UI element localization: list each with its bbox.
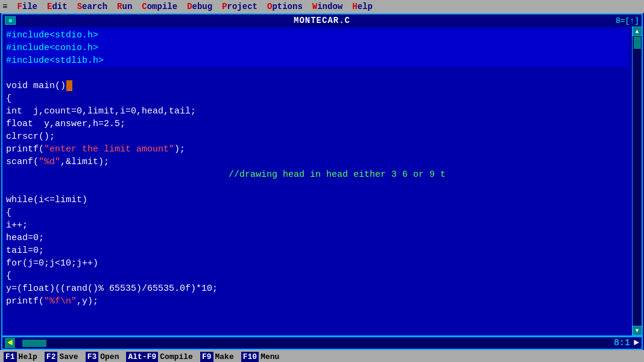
menu-item-edit[interactable]: Edit bbox=[42, 0, 72, 13]
menu-item-search[interactable]: Search bbox=[72, 0, 112, 13]
title-bar: ■ MONTECAR.C 8=[↑] bbox=[1, 13, 643, 27]
hotkey-f2[interactable]: F2 Save bbox=[45, 352, 78, 362]
code-line: float y,answer,h=2.5; bbox=[6, 118, 628, 130]
horizontal-scroll-thumb[interactable] bbox=[22, 340, 46, 347]
code-line: for(j=0;j<10;j++) bbox=[6, 257, 628, 270]
menu-item-debug[interactable]: Debug bbox=[182, 0, 217, 13]
status-bar: ◄ 8:1 ► bbox=[1, 337, 643, 350]
code-line: y=(float)((rand()% 65535)/65535.0f)*10; bbox=[6, 282, 628, 295]
code-line: #include<stdlib.h> bbox=[6, 54, 628, 67]
hotkey-altf9[interactable]: Alt-F9 Compile bbox=[126, 352, 192, 362]
hotkey-f10[interactable]: F10 Menu bbox=[241, 352, 280, 362]
code-line: void main() bbox=[6, 80, 628, 92]
code-line: { bbox=[6, 206, 628, 219]
horizontal-scrollbar[interactable] bbox=[22, 340, 610, 347]
hotkey-bar: F1 Help F2 Save F3 Open Alt-F9 Compile F… bbox=[0, 350, 644, 362]
scroll-down-arrow[interactable]: ▼ bbox=[633, 326, 642, 335]
code-line bbox=[6, 67, 628, 80]
menu-item-compile[interactable]: Compile bbox=[137, 0, 182, 13]
system-menu-icon[interactable]: ≡ bbox=[2, 2, 7, 11]
menu-item-run[interactable]: Run bbox=[112, 0, 137, 13]
hotkey-f1[interactable]: F1 Help bbox=[4, 352, 37, 362]
menu-item-help[interactable]: Help bbox=[347, 0, 377, 13]
code-line: tail=0; bbox=[6, 244, 628, 257]
f1-key: F1 bbox=[4, 352, 17, 362]
f9-label: Make bbox=[215, 352, 234, 361]
f2-label: Save bbox=[59, 352, 78, 361]
scroll-left-indicator[interactable]: ◄ bbox=[5, 338, 15, 348]
code-line: #include<conio.h> bbox=[6, 42, 628, 54]
menu-item-options[interactable]: Options bbox=[262, 0, 308, 13]
code-line: clrscr(); bbox=[6, 130, 628, 143]
editor-container: #include<stdio.h> #include<conio.h> #inc… bbox=[1, 27, 643, 337]
f2-key: F2 bbox=[45, 352, 58, 362]
menu-item-window[interactable]: Window bbox=[308, 0, 347, 13]
f10-key: F10 bbox=[241, 352, 259, 362]
cursor-position: 8:1 bbox=[614, 338, 630, 348]
window-title: MONTECAR.C bbox=[294, 16, 350, 25]
code-line: { bbox=[6, 92, 628, 105]
code-line: int j,count=0,limit,i=0,head,tail; bbox=[6, 105, 628, 118]
code-line: head=0; bbox=[6, 232, 628, 244]
hotkey-f3[interactable]: F3 Open bbox=[86, 352, 119, 362]
code-line: i++; bbox=[6, 219, 628, 232]
code-line: scanf("%d",&limit); bbox=[6, 156, 628, 168]
menu-bar: ≡ File Edit Search Run Compile Debug Pro… bbox=[0, 0, 644, 13]
f3-label: Open bbox=[100, 352, 119, 361]
code-line: { bbox=[6, 270, 628, 282]
window-controls: 8=[↑] bbox=[616, 16, 639, 25]
code-line bbox=[6, 181, 628, 194]
scroll-right-indicator[interactable]: ► bbox=[634, 338, 639, 348]
f3-key: F3 bbox=[86, 352, 99, 362]
altf9-key: Alt-F9 bbox=[126, 352, 158, 362]
scroll-thumb[interactable] bbox=[634, 37, 641, 49]
code-editor[interactable]: #include<stdio.h> #include<conio.h> #inc… bbox=[2, 27, 632, 335]
code-line: //drawing head in head either 3 6 or 9 t bbox=[6, 168, 628, 181]
code-line: printf("%f\n",y); bbox=[6, 295, 628, 308]
menu-item-project[interactable]: Project bbox=[217, 0, 262, 13]
scroll-up-arrow[interactable]: ▲ bbox=[633, 27, 642, 36]
code-line: while(i<=limit) bbox=[6, 194, 628, 206]
hotkey-f9[interactable]: F9 Make bbox=[200, 352, 234, 362]
close-button[interactable]: ■ bbox=[5, 16, 16, 25]
vertical-scrollbar[interactable]: ▲ ▼ bbox=[632, 27, 642, 335]
f9-key: F9 bbox=[200, 352, 213, 362]
f1-label: Help bbox=[19, 352, 37, 361]
altf9-label: Compile bbox=[160, 352, 193, 361]
scroll-track bbox=[633, 36, 642, 326]
cursor bbox=[66, 80, 72, 91]
menu-item-file[interactable]: File bbox=[12, 0, 42, 13]
f10-label: Menu bbox=[260, 352, 279, 361]
code-line: printf("enter the limit amount"); bbox=[6, 143, 628, 156]
code-line: #include<stdio.h> bbox=[6, 29, 628, 42]
